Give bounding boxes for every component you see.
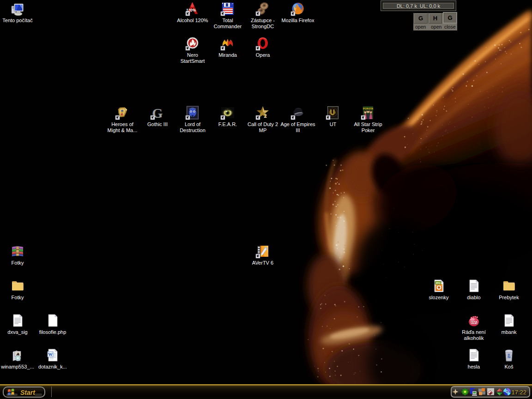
svg-text:W: W [48, 352, 53, 357]
svg-text:POKER: POKER [363, 107, 373, 110]
svg-text:WMV: WMV [470, 321, 478, 324]
svg-text:2: 2 [264, 112, 267, 119]
svg-text:JPG: JPG [435, 282, 441, 284]
